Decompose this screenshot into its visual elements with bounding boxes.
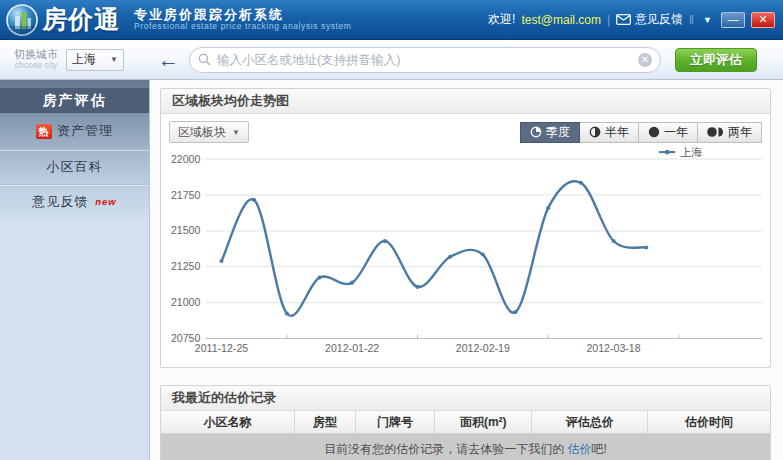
city-select[interactable]: 上海 ▼ [66,49,124,71]
valuation-records-panel: 我最近的估价记录 小区名称 房型 门牌号 面积(m²) 评估总价 估价时间 目前… [160,385,771,460]
data-point-marker [285,311,289,315]
legend-marker-icon [665,150,670,155]
y-axis-label: 21500 [171,224,201,236]
top-header-bar: 房价通 专业房价跟踪分析系统 Professional estate price… [0,0,783,40]
chevron-down-icon[interactable]: ▼ [700,15,715,25]
y-axis-label: 21750 [171,189,201,201]
data-point-marker [644,245,648,249]
col-valuation-time: 估价时间 [648,411,770,433]
valuation-link[interactable]: 估价 [568,442,592,456]
hot-badge: 热 [36,124,52,139]
x-axis-label: 2012-01-22 [325,342,379,354]
data-point-marker [579,181,583,185]
sidebar-nav: 房产评估 热 资产管理 小区百科 意见反馈 new [0,80,150,460]
new-tag: new [95,196,116,207]
data-point-marker [252,198,256,202]
app-window: 房价通 专业房价跟踪分析系统 Professional estate price… [0,0,783,460]
col-community-name: 小区名称 [161,411,295,433]
sidebar-item-community-wiki[interactable]: 小区百科 [0,149,149,183]
main-content: 区域板块均价走势图 区域板块 ▼ 季度 [150,80,783,460]
full-pie-icon [648,126,660,138]
region-block-dropdown[interactable]: 区域板块 ▼ [169,121,249,143]
sidebar-item-label: 意见反馈 [32,193,88,211]
sidebar-item-label: 小区百科 [47,158,103,176]
city-select-value: 上海 [72,51,96,68]
data-point-marker [481,253,485,257]
empty-text: 目前没有您的估价记录，请去体验一下我们的 [324,442,567,456]
quarter-pie-icon [530,126,542,138]
empty-text-after: 吧! [592,442,607,456]
logo-sphere-icon [6,4,38,36]
data-point-marker [219,259,223,263]
feedback-link[interactable]: 意见反馈 [616,11,683,28]
user-email-link[interactable]: test@mail.com [521,13,601,27]
records-panel-title: 我最近的估价记录 [161,386,770,411]
records-table-header: 小区名称 房型 门牌号 面积(m²) 评估总价 估价时间 [161,411,770,434]
data-point-marker [546,206,550,210]
search-icon [198,53,211,66]
legend-series-label[interactable]: 上海 [680,146,702,158]
col-assessed-price: 评估总价 [532,411,648,433]
x-axis-label: 2011-12-25 [195,342,248,354]
separator: ‖ [689,13,694,27]
select-arrow-icon: ▼ [110,55,118,64]
tab-one-year[interactable]: 一年 [639,122,698,143]
subtitle-english: Professional estate price tracking analy… [134,22,352,31]
price-trend-chart: 2075021000212502150021750220002011-12-25… [161,145,770,368]
records-empty-state: 目前没有您的估价记录，请去体验一下我们的 估价吧! [161,434,770,460]
subtitle-chinese: 专业房价跟踪分析系统 [134,8,352,22]
search-input[interactable] [217,53,632,67]
data-point-marker [612,239,616,243]
back-arrow-button[interactable]: ← [158,49,179,70]
data-point-marker [448,255,452,259]
app-logo: 房价通 [6,3,120,36]
x-axis-label: 2012-03-18 [586,342,640,354]
separator: | [607,13,610,27]
data-point-marker [513,310,517,314]
price-line-series [221,181,646,316]
dropdown-arrow-icon: ▼ [232,128,240,137]
data-point-marker [317,276,321,280]
search-box: ✕ [189,47,661,73]
double-pie-icon [707,126,724,138]
welcome-label: 欢迎! [488,11,515,28]
time-range-tabs: 季度 半年 一年 [520,122,762,143]
chart-svg: 2075021000212502150021750220002011-12-25… [163,145,768,365]
envelope-icon [616,14,631,25]
tab-half-year[interactable]: 半年 [580,122,639,143]
switch-city-label: 切换城市 choose city [14,49,58,69]
sidebar-item-asset-management[interactable]: 热 资产管理 [0,114,149,148]
sidebar-item-property-evaluation[interactable]: 房产评估 [0,88,149,113]
chart-panel-title: 区域板块均价走势图 [161,89,770,114]
close-button[interactable]: ✕ [751,12,775,28]
app-subtitle: 专业房价跟踪分析系统 Professional estate price tra… [134,8,352,32]
feedback-label: 意见反馈 [635,11,683,28]
y-axis-label: 21000 [171,296,201,308]
sidebar-item-label: 资产管理 [57,122,113,140]
col-house-type: 房型 [295,411,356,433]
tab-two-years[interactable]: 两年 [698,122,762,143]
app-title: 房价通 [42,3,120,36]
minimize-button[interactable]: — [721,12,745,28]
search-toolbar: 切换城市 choose city 上海 ▼ ← ✕ 立即评估 [0,40,783,80]
data-point-marker [383,239,387,243]
col-area: 面积(m²) [435,411,532,433]
clear-search-icon[interactable]: ✕ [638,53,652,67]
evaluate-now-button[interactable]: 立即评估 [675,48,757,72]
tab-quarter[interactable]: 季度 [520,122,580,143]
y-axis-label: 22000 [171,153,201,165]
col-house-number: 门牌号 [356,411,435,433]
price-trend-panel: 区域板块均价走势图 区域板块 ▼ 季度 [160,88,771,368]
half-pie-icon [589,126,601,138]
y-axis-label: 21250 [171,260,201,272]
x-axis-label: 2012-02-19 [456,342,510,354]
data-point-marker [415,285,419,289]
data-point-marker [350,281,354,285]
sidebar-item-feedback[interactable]: 意见反馈 new [0,184,149,218]
